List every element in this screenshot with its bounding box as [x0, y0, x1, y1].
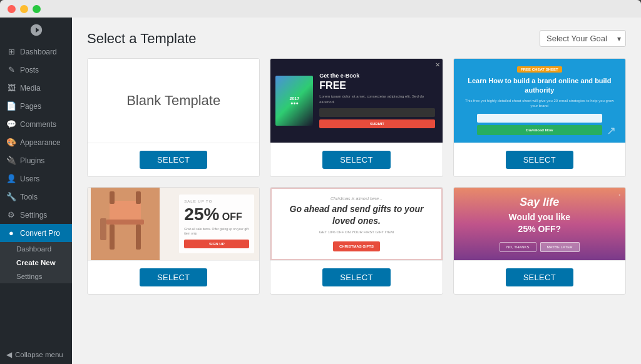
- xmas-subtitle-text: Christmas is almost here...: [279, 196, 433, 201]
- sidebar-item-appearance[interactable]: 🎨 Appearance: [0, 133, 72, 151]
- select-button-blank[interactable]: SELECT: [140, 151, 207, 169]
- sale-description: Grab all sale items. Offer giving up on …: [184, 227, 249, 236]
- ebook-get-text: Get the e-Book: [319, 73, 434, 79]
- saylife-brand-text: Say life: [520, 196, 559, 209]
- template-footer-blank: SELECT: [88, 143, 259, 176]
- xmas-inner: Christmas is almost here... Go ahead and…: [270, 188, 442, 260]
- collapse-icon: ◀: [6, 350, 12, 359]
- window-chrome: [0, 0, 641, 18]
- xmas-offer-text: GET 10% OFF ON YOUR FIRST GIFT ITEM: [279, 230, 433, 234]
- select-button-christmas[interactable]: SELECT: [322, 268, 390, 286]
- settings-icon: ⚙: [6, 210, 16, 220]
- media-icon: 🖼: [6, 83, 16, 93]
- sidebar-item-label: Settings: [20, 211, 47, 220]
- sale-chair-image: [91, 188, 160, 260]
- sidebar-item-convert-pro[interactable]: ● Convert Pro: [0, 224, 72, 242]
- sidebar-item-label: Plugins: [20, 156, 44, 165]
- goal-select[interactable]: Select Your GoalLead GenerationSalesWebi…: [540, 30, 626, 47]
- sale-percent-text: 25% OFF: [184, 205, 249, 225]
- ebook-submit-text: SUBMIT: [370, 122, 384, 126]
- ebook-text-content: Get the e-Book FREE Lorem ipsum dolor si…: [317, 70, 437, 131]
- template-footer-ebook: SELECT: [270, 143, 442, 176]
- template-card-ebook: ✕ 2017●●● Get the e-Book FREE Lorem ipsu…: [270, 58, 443, 177]
- sidebar-item-plugins[interactable]: 🔌 Plugins: [0, 151, 72, 169]
- collapse-menu-button[interactable]: ◀ Collapse menu: [0, 345, 72, 364]
- sub-create-new[interactable]: Create New: [0, 256, 72, 270]
- template-footer-sale: SELECT: [88, 260, 259, 294]
- svg-rect-1: [106, 220, 144, 225]
- sidebar-item-tools[interactable]: 🔧 Tools: [0, 188, 72, 206]
- close-button[interactable]: [8, 5, 16, 13]
- sub-dashboard[interactable]: Dashboard: [0, 242, 72, 256]
- sidebar-item-media[interactable]: 🖼 Media: [0, 79, 72, 97]
- sub-settings[interactable]: Settings: [0, 270, 72, 283]
- template-card-cheatsheet: FREE CHEAT SHEET Learn How to build a br…: [453, 58, 626, 177]
- select-button-saylife[interactable]: SELECT: [506, 268, 573, 286]
- saylife-question-text: Would you like25% OFF?: [509, 211, 571, 236]
- sidebar-item-label: Appearance: [20, 138, 61, 147]
- sidebar-item-posts[interactable]: ✎ Posts: [0, 61, 72, 79]
- template-footer-cheatsheet: SELECT: [454, 143, 625, 176]
- main-content: Select a Template Select Your GoalLead G…: [72, 18, 641, 364]
- sidebar-item-label: Pages: [20, 102, 41, 111]
- template-card-christmas: Christmas is almost here... Go ahead and…: [270, 187, 443, 295]
- cheat-badge-text: FREE CHEAT SHEET: [517, 66, 562, 73]
- template-footer-christmas: SELECT: [270, 260, 442, 294]
- convert-pro-icon: ●: [6, 228, 16, 238]
- svg-rect-6: [136, 191, 141, 204]
- sidebar-item-label: Convert Pro: [20, 229, 60, 238]
- sidebar-item-label: Media: [20, 84, 41, 93]
- pages-icon: 📄: [6, 101, 16, 111]
- sidebar: ⊞ Dashboard ✎ Posts 🖼 Media 📄 Pages 💬 Co…: [0, 18, 72, 364]
- cheat-download-button: Download Now: [477, 125, 602, 135]
- blank-template-label: Blank Template: [126, 93, 220, 109]
- sidebar-item-label: Comments: [20, 120, 56, 129]
- ebook-submit-button: SUBMIT: [319, 119, 434, 128]
- sidebar-item-label: Tools: [20, 193, 38, 201]
- select-button-ebook[interactable]: SELECT: [322, 151, 390, 169]
- saylife-inner: ● Say life Would you like25% OFF? NO, TH…: [454, 188, 625, 260]
- template-card-blank: Blank Template SELECT: [87, 58, 260, 177]
- sidebar-submenu: Dashboard Create New Settings: [0, 242, 72, 283]
- sidebar-item-settings[interactable]: ⚙ Settings: [0, 206, 72, 224]
- cheat-email-field: [477, 114, 602, 123]
- chair-svg: [97, 188, 153, 257]
- sale-off: OFF: [222, 211, 242, 222]
- collapse-label: Collapse menu: [15, 351, 63, 358]
- saylife-yes-button: MAYBE LATER: [540, 242, 580, 252]
- ebook-book-visual: 2017●●●: [275, 76, 313, 126]
- sidebar-item-label: Dashboard: [20, 48, 57, 56]
- cheat-inner: FREE CHEAT SHEET Learn How to build a br…: [454, 59, 625, 143]
- template-preview-sale: SALE UP TO 25% OFF Grab all sale items. …: [88, 188, 259, 260]
- template-footer-saylife: SELECT: [454, 260, 625, 294]
- template-card-saylife: ● Say life Would you like25% OFF? NO, TH…: [453, 187, 626, 295]
- maximize-button[interactable]: [33, 5, 41, 13]
- sidebar-item-comments[interactable]: 💬 Comments: [0, 115, 72, 133]
- sidebar-item-dashboard[interactable]: ⊞ Dashboard: [0, 43, 72, 61]
- select-button-cheatsheet[interactable]: SELECT: [506, 151, 573, 169]
- comments-icon: 💬: [6, 119, 16, 129]
- goal-select-wrapper: Select Your GoalLead GenerationSalesWebi…: [540, 30, 626, 47]
- wordpress-icon: [29, 23, 43, 37]
- template-preview-christmas: Christmas is almost here... Go ahead and…: [270, 188, 442, 260]
- sale-percent: 25%: [184, 205, 219, 224]
- minimize-button[interactable]: [20, 5, 28, 13]
- sale-cta-button: SIGN UP: [184, 240, 249, 248]
- select-button-sale[interactable]: SELECT: [140, 268, 207, 286]
- posts-icon: ✎: [6, 65, 16, 74]
- sale-tag-text: SALE UP TO: [184, 200, 249, 203]
- sidebar-item-label: Users: [20, 174, 39, 183]
- ebook-email-field: [319, 108, 434, 117]
- saylife-button-group: NO, THANKS MAYBE LATER: [500, 242, 580, 252]
- svg-rect-2: [110, 225, 115, 250]
- sidebar-item-users[interactable]: 👤 Users: [0, 169, 72, 188]
- plugins-icon: 🔌: [6, 156, 16, 165]
- sidebar-item-pages[interactable]: 📄 Pages: [0, 97, 72, 115]
- cheat-subtitle-text: This free yet highly detailed cheat shee…: [461, 98, 618, 109]
- sidebar-item-label: Posts: [20, 66, 39, 74]
- tools-icon: 🔧: [6, 192, 16, 201]
- page-header: Select a Template Select Your GoalLead G…: [87, 30, 626, 47]
- svg-rect-3: [136, 225, 141, 250]
- xmas-text-content: Christmas is almost here... Go ahead and…: [279, 196, 433, 251]
- svg-rect-0: [110, 201, 141, 223]
